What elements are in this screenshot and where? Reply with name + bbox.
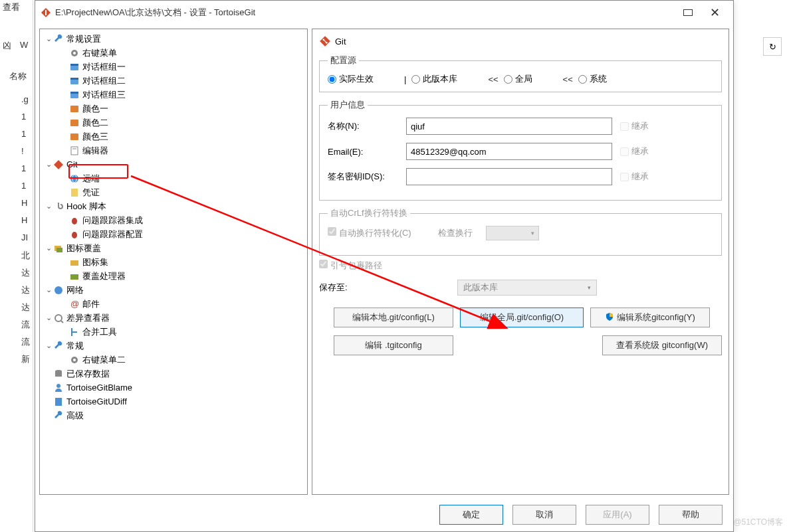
tree-node-26[interactable]: TortoiseGitUDiff (40, 395, 307, 408)
svg-rect-7 (70, 78, 78, 80)
tree-node-23[interactable]: 右键菜单二 (40, 353, 307, 367)
tree-node-12[interactable]: ⌄Hook 脚本 (40, 199, 307, 213)
edit-tgitconfig-button[interactable]: 编辑 .tgitconfig (334, 335, 453, 355)
cert-icon (69, 187, 80, 198)
tree-node-17[interactable]: 覆盖处理器 (40, 269, 307, 283)
palette-icon (69, 104, 80, 114)
tree-node-9[interactable]: ⌄Git (40, 157, 307, 171)
radio-global[interactable]: 全局 (504, 73, 532, 85)
sign-input[interactable] (406, 168, 612, 185)
tree-node-20[interactable]: ⌄差异查看器 (40, 311, 307, 325)
tree-label: 右键菜单二 (82, 354, 126, 366)
title-bar: E:\ProjectNew\OA\北京达特\文档 - 设置 - Tortoise… (35, 1, 733, 25)
save-to-combo: 此版本库▾ (457, 280, 597, 296)
svg-rect-23 (70, 260, 78, 266)
chevron-icon[interactable]: ⌄ (44, 244, 53, 252)
dialog-content: ⌄常规设置右键菜单对话框组一对话框组二对话框组三颜色一颜色二颜色三编辑器⌄Git… (35, 25, 733, 499)
settings-tree[interactable]: ⌄常规设置右键菜单对话框组一对话框组二对话框组三颜色一颜色二颜色三编辑器⌄Git… (39, 29, 308, 495)
name-input[interactable] (406, 118, 612, 135)
tree-label: 常规 (66, 340, 84, 352)
tree-node-10[interactable]: 远端 (40, 171, 307, 185)
tree-node-15[interactable]: ⌄图标覆盖 (40, 241, 307, 255)
tree-node-18[interactable]: ⌄网络 (40, 283, 307, 297)
tree-node-4[interactable]: 对话框组三 (40, 88, 307, 102)
close-button[interactable]: ✕ (701, 3, 728, 22)
tree-label: 网络 (66, 284, 84, 296)
tree-label: 凭证 (82, 187, 100, 199)
tree-node-22[interactable]: ⌄常规 (40, 339, 307, 353)
window-icon (69, 62, 80, 72)
view-system-button[interactable]: 查看系统级 gitconfig(W) (602, 335, 722, 355)
svg-rect-10 (70, 106, 78, 112)
tree-label: Hook 脚本 (66, 201, 106, 213)
arrow-1: << (488, 74, 498, 84)
svg-rect-9 (70, 92, 78, 94)
row-0: .g (21, 94, 29, 104)
tree-node-1[interactable]: 右键菜单 (40, 46, 307, 60)
help-button[interactable]: 帮助 (659, 505, 723, 525)
refresh-button[interactable]: ↻ (763, 37, 782, 56)
tree-label: 邮件 (82, 298, 100, 310)
radio-system[interactable]: 系统 (578, 73, 607, 85)
editor-icon (69, 145, 80, 156)
udiff-icon (53, 397, 64, 407)
tree-node-19[interactable]: @邮件 (40, 297, 307, 311)
tree-node-25[interactable]: TortoiseGitBlame (40, 381, 307, 395)
tree-node-5[interactable]: 颜色一 (40, 102, 307, 116)
edit-global-button[interactable]: 编辑全局.git/config(O) (460, 308, 584, 327)
radio-local[interactable]: 此版本库 (411, 73, 457, 85)
chevron-icon[interactable]: ⌄ (44, 341, 53, 350)
tree-node-2[interactable]: 对话框组一 (40, 60, 307, 74)
folder-icon (69, 257, 80, 268)
tree-label: 远端 (82, 173, 100, 185)
row-14: 流 (21, 336, 30, 348)
row-8: JI (21, 232, 28, 242)
cancel-button[interactable]: 取消 (512, 505, 576, 525)
sign-inherit[interactable]: 继承 (620, 171, 649, 183)
wrench-blue-icon (53, 34, 64, 44)
tree-node-7[interactable]: 颜色三 (40, 130, 307, 143)
watermark: @51CTO博客 (733, 517, 783, 528)
radio-effective[interactable]: 实际生效 (328, 73, 374, 85)
svg-rect-1 (45, 10, 47, 15)
chevron-icon[interactable]: ⌄ (44, 313, 53, 322)
tree-node-14[interactable]: 问题跟踪器配置 (40, 227, 307, 241)
wrench-blue-icon (53, 410, 64, 421)
tree-node-13[interactable]: 问题跟踪器集成 (40, 213, 307, 227)
tree-node-21[interactable]: 合并工具 (40, 325, 307, 339)
chevron-icon[interactable]: ⌄ (44, 202, 53, 211)
tree-node-6[interactable]: 颜色二 (40, 116, 307, 130)
user-info-fieldset: 用户信息 名称(N): 继承 Email(E): 继承 签名密钥ID(S): 继… (319, 99, 722, 201)
bug-icon (69, 215, 80, 226)
edit-system-button[interactable]: 编辑系统gitconfig(Y) (590, 308, 710, 327)
tree-label: 对话框组一 (82, 61, 126, 73)
tree-node-8[interactable]: 编辑器 (40, 143, 307, 157)
ok-button[interactable]: 确定 (439, 505, 503, 525)
user-info-legend: 用户信息 (328, 99, 368, 111)
tree-label: TortoiseGitBlame (66, 383, 132, 393)
tree-node-24[interactable]: 已保存数据 (40, 367, 307, 381)
edit-local-button[interactable]: 编辑本地.git/config(L) (334, 308, 453, 327)
tree-label: 问题跟踪器集成 (82, 215, 143, 226)
tree-node-3[interactable]: 对话框组二 (40, 74, 307, 88)
save-to-label: 保存至: (319, 282, 457, 294)
tree-node-0[interactable]: ⌄常规设置 (40, 32, 307, 46)
email-input[interactable] (406, 143, 612, 160)
maximize-button[interactable] (675, 3, 701, 22)
tree-node-11[interactable]: 凭证 (40, 185, 307, 199)
row-2: 1 (21, 129, 26, 139)
palette-icon (69, 132, 80, 142)
svg-point-33 (56, 384, 60, 388)
email-inherit[interactable]: 继承 (620, 145, 649, 157)
tree-node-27[interactable]: 高级 (40, 408, 307, 422)
chevron-icon[interactable]: ⌄ (44, 160, 53, 169)
row-12: 达 (21, 302, 30, 313)
name-inherit[interactable]: 继承 (620, 120, 649, 132)
apply-button[interactable]: 应用(A) (586, 505, 649, 525)
chevron-icon[interactable]: ⌄ (44, 35, 53, 43)
tree-node-16[interactable]: 图标集 (40, 255, 307, 269)
chevron-icon[interactable]: ⌄ (44, 286, 53, 294)
row-6: H (21, 198, 27, 208)
tree-label: 右键菜单 (82, 47, 117, 59)
row-9: 北 (21, 250, 30, 262)
